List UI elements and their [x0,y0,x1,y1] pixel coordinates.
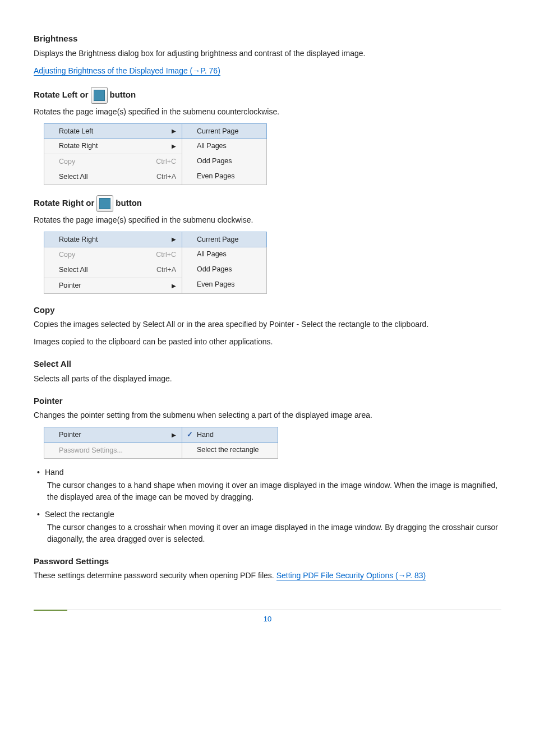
rotate-left-icon [91,87,108,104]
menu-shortcut: Ctrl+C [139,250,176,260]
menu-item[interactable]: Odd Pages [182,154,266,169]
menu-item-label: Rotate Right [59,234,98,245]
bullet-title: Hand [45,468,63,477]
submenu-arrow-icon: ▶ [172,142,176,150]
heading-copy: Copy [34,304,501,317]
text-copy-desc2: Images copied to the clipboard can be pa… [34,336,501,348]
list-item: HandThe cursor changes to a hand shape w… [37,467,501,503]
menu-item[interactable]: All Pages [182,139,266,154]
submenu-arrow-icon: ▶ [172,431,176,439]
text-rotate-left-desc: Rotates the page image(s) specified in t… [34,106,501,118]
heading-rotate-left: Rotate Left or button [34,87,501,104]
link-brightness[interactable]: Adjusting Brightness of the Displayed Im… [34,66,220,76]
link-password[interactable]: Setting PDF File Security Options (→P. 8… [276,571,426,580]
menu-item[interactable]: All Pages [182,247,266,262]
heading-pointer: Pointer [34,395,501,408]
heading-rotate-right-pre: Rotate Right or [34,197,94,210]
menu-item[interactable]: Rotate Right▶ [44,232,182,248]
bullet-body: The cursor changes to a crosshair when m… [47,522,501,545]
menu-item[interactable]: Select AllCtrl+A [44,169,182,185]
menu-item-label: Pointer [59,430,81,440]
text-password-pre: These settings determine password securi… [34,571,276,580]
submenu-arrow-icon: ▶ [172,282,176,290]
heading-brightness: Brightness [34,33,501,45]
menu-item-label: Select All [59,172,87,182]
heading-rotate-left-post: button [110,89,136,102]
menu-item-label: Even Pages [197,279,234,290]
menu-item[interactable]: Even Pages [182,169,266,184]
text-copy-desc1: Copies the images selected by Select All… [34,319,501,330]
menu-item[interactable]: Select the rectangle [182,442,278,458]
rotate-right-icon [96,195,113,212]
menu-shortcut: Ctrl+A [140,172,176,182]
menu-item: Password Settings... [44,442,182,458]
text-pointer-desc: Changes the pointer setting from the sub… [34,409,501,421]
menu-item[interactable]: Select AllCtrl+A [44,262,182,278]
menu-rotate-left: Rotate Left▶Rotate Right▶CopyCtrl+CSelec… [44,123,501,185]
menu-pointer: Pointer▶Password Settings... HandSelect … [44,427,501,459]
menu-item-label: All Pages [197,141,227,151]
text-select-all-desc: Selects all parts of the displayed image… [34,373,501,385]
submenu-arrow-icon: ▶ [172,235,176,243]
heading-password: Password Settings [34,555,501,568]
menu-item-label: Password Settings... [59,445,123,456]
menu-item-label: Rotate Right [59,141,98,151]
menu-item[interactable]: Even Pages [182,277,266,292]
menu-item[interactable]: Current Page [182,232,267,248]
menu-item[interactable]: Hand [182,427,278,443]
footer-separator: 10 [34,610,501,625]
menu-item[interactable]: Pointer▶ [44,278,182,293]
heading-rotate-right-post: button [116,197,142,210]
list-item: Select the rectangleThe cursor changes t… [37,509,501,545]
menu-item[interactable]: Current Page [182,123,267,140]
menu-shortcut: Ctrl+A [140,265,176,275]
menu-item-label: Copy [59,250,75,260]
bullet-title: Select the rectangle [45,510,114,519]
menu-item-label: Pointer [59,280,81,291]
menu-item-label: All Pages [197,249,227,260]
menu-item-label: Select All [59,265,87,275]
menu-item[interactable]: Rotate Right▶ [44,139,182,154]
submenu-arrow-icon: ▶ [172,127,176,135]
heading-rotate-left-pre: Rotate Left or [34,89,89,102]
menu-shortcut: Ctrl+C [139,156,176,167]
text-rotate-right-desc: Rotates the page image(s) specified in t… [34,214,501,226]
menu-item-label: Rotate Left [59,126,93,137]
menu-item-label: Odd Pages [197,264,232,275]
heading-rotate-right: Rotate Right or button [34,195,501,212]
menu-item-label: Copy [59,156,75,167]
menu-item-label: Current Page [197,234,238,245]
menu-item[interactable]: Rotate Left▶ [44,123,182,140]
menu-item: CopyCtrl+C [44,154,182,169]
bullet-body: The cursor changes to a hand shape when … [47,480,501,503]
page-number: 10 [34,610,501,625]
text-password-desc: These settings determine password securi… [34,570,501,582]
heading-select-all: Select All [34,358,501,371]
menu-rotate-right: Rotate Right▶CopyCtrl+CSelect AllCtrl+AP… [44,232,501,294]
menu-item-label: Odd Pages [197,156,232,167]
menu-item-label: Even Pages [197,171,234,182]
menu-item-label: Current Page [197,126,238,137]
pointer-bullet-list: HandThe cursor changes to a hand shape w… [34,467,501,545]
text-brightness-desc: Displays the Brightness dialog box for a… [34,48,501,59]
menu-item-label: Hand [197,430,214,440]
menu-item: CopyCtrl+C [44,247,182,262]
menu-item-label: Select the rectangle [197,445,259,455]
menu-item[interactable]: Odd Pages [182,262,266,277]
menu-item[interactable]: Pointer▶ [44,427,182,443]
